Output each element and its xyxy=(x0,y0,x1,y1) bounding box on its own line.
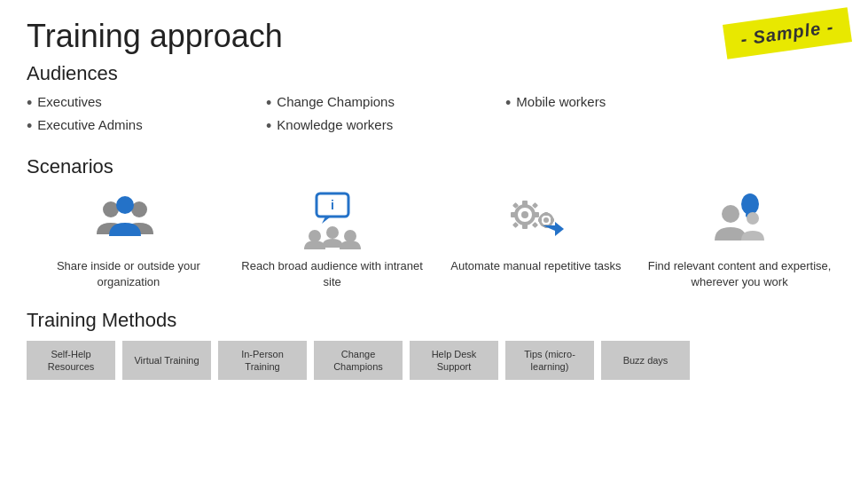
svg-point-8 xyxy=(326,226,339,239)
method-badge-4: Help Desk Support xyxy=(410,341,498,381)
svg-point-28 xyxy=(747,212,759,225)
audiences-grid: •Executives •Executive Admins •Change Ch… xyxy=(27,94,841,139)
scenario-text-4: Find relevant content and expertise, whe… xyxy=(642,258,837,290)
bullet-icon: • xyxy=(266,117,271,137)
bullet-icon: • xyxy=(266,94,271,114)
audience-col-1: •Executives •Executive Admins xyxy=(27,94,266,139)
svg-point-25 xyxy=(741,193,759,215)
scenario-item-1: Share inside or outside your organizatio… xyxy=(31,189,226,290)
scenario-item-3: Automate manual repetitive tasks xyxy=(438,189,633,290)
audience-item: •Executives xyxy=(27,94,266,114)
method-badge-0: Self-Help Resources xyxy=(27,341,115,381)
audience-col-3: •Mobile workers xyxy=(505,94,745,139)
audience-item: •Mobile workers xyxy=(505,94,745,114)
svg-rect-23 xyxy=(538,218,542,222)
svg-point-10 xyxy=(521,211,528,218)
svg-rect-13 xyxy=(511,212,516,217)
scenario-item-4: Find relevant content and expertise, whe… xyxy=(642,189,837,290)
audience-col-2: •Change Champions •Knowledge workers xyxy=(266,94,505,139)
audience-item: •Change Champions xyxy=(266,94,505,114)
svg-point-7 xyxy=(344,230,356,242)
method-badge-5: Tips (micro-learning) xyxy=(505,341,594,381)
find-content-icon xyxy=(704,189,775,251)
scenarios-grid: Share inside or outside your organizatio… xyxy=(27,189,841,290)
scenario-text-1: Share inside or outside your organizatio… xyxy=(31,258,226,290)
method-badge-1: Virtual Training xyxy=(122,341,211,381)
training-methods-section: Training Methods Self-Help Resources Vir… xyxy=(27,309,841,381)
svg-rect-16 xyxy=(532,202,538,209)
svg-rect-21 xyxy=(544,212,548,216)
scenario-item-2: i Reach broad audience with intranet sit… xyxy=(235,189,430,290)
svg-rect-18 xyxy=(532,222,538,228)
scenario-text-2: Reach broad audience with intranet site xyxy=(235,258,430,290)
bullet-icon: • xyxy=(27,94,32,114)
audience-item: •Knowledge workers xyxy=(266,117,505,137)
svg-rect-17 xyxy=(512,222,519,228)
page-title: Training approach xyxy=(27,18,841,55)
scenario-text-3: Automate manual repetitive tasks xyxy=(450,258,621,274)
svg-rect-24 xyxy=(551,218,554,222)
svg-rect-14 xyxy=(534,212,539,217)
svg-point-2 xyxy=(116,196,134,214)
scenarios-label: Scenarios xyxy=(27,155,841,178)
svg-point-6 xyxy=(309,230,321,242)
svg-rect-11 xyxy=(522,201,528,206)
method-badge-6: Buzz days xyxy=(601,341,690,381)
bullet-icon: • xyxy=(505,94,511,114)
svg-point-27 xyxy=(722,205,739,223)
svg-text:i: i xyxy=(331,198,334,212)
audiences-label: Audiences xyxy=(27,62,841,85)
audience-item: •Executive Admins xyxy=(27,117,266,137)
method-badge-2: In-Person Training xyxy=(218,341,307,381)
scenarios-section: Scenarios Share inside or outside your xyxy=(27,155,841,290)
intranet-icon: i xyxy=(297,189,368,251)
svg-rect-12 xyxy=(522,224,528,229)
bullet-icon: • xyxy=(27,117,32,137)
svg-point-20 xyxy=(543,217,549,223)
automate-icon xyxy=(500,189,571,251)
audiences-section: Audiences •Executives •Executive Admins … xyxy=(27,62,841,139)
method-badge-3: Change Champions xyxy=(314,341,403,381)
methods-grid: Self-Help Resources Virtual Training In-… xyxy=(27,341,841,381)
training-methods-label: Training Methods xyxy=(27,309,841,332)
share-org-icon xyxy=(93,189,164,251)
